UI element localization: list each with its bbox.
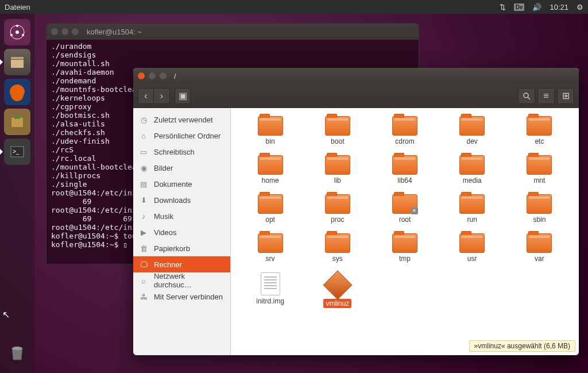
svg-rect-8	[11, 118, 23, 127]
file-item-srv[interactable]: srv	[237, 233, 304, 272]
session-icon[interactable]: ⚙	[577, 3, 583, 11]
back-button[interactable]: ‹	[138, 88, 154, 104]
folder-icon	[527, 155, 552, 175]
svg-text:>_: >_	[13, 148, 20, 155]
file-item-initrd.img[interactable]: initrd.img	[237, 272, 304, 312]
file-label: media	[461, 176, 484, 185]
sidebar-item-dokumente[interactable]: ▤Dokumente	[133, 176, 230, 192]
volume-icon[interactable]: 🔊	[532, 3, 541, 11]
sidebar-item-zuletzt-verwendet[interactable]: ◷Zuletzt verwendet	[133, 111, 230, 128]
folder-icon	[527, 233, 552, 253]
sidebar-item-mit-server-verbinden[interactable]: 🖧Mit Server verbinden	[133, 289, 230, 305]
file-label: usr	[465, 254, 479, 263]
sidebar-item-bilder[interactable]: ◉Bilder	[133, 160, 230, 176]
network-icon[interactable]: ⇅	[500, 3, 506, 11]
minimize-icon[interactable]	[61, 28, 68, 35]
doc-icon: ▤	[139, 180, 148, 189]
sidebar-item-label: Persönlicher Ordner	[154, 132, 220, 140]
folder-icon	[527, 116, 552, 136]
file-item-vmlinuz[interactable]: vmlinuz	[304, 272, 371, 312]
file-item-usr[interactable]: usr	[439, 233, 506, 272]
list-view-icon[interactable]: ≡	[537, 88, 555, 104]
launcher-software[interactable]	[4, 109, 30, 135]
file-label: srv	[264, 254, 277, 263]
launcher-terminal[interactable]: >_	[4, 139, 30, 165]
clock[interactable]: 10:21	[550, 3, 568, 11]
terminal-title: kofler@u1504: ~	[87, 28, 142, 36]
close-icon[interactable]	[138, 72, 145, 79]
sidebar-item-label: Papierkorb	[154, 244, 190, 253]
file-item-lib[interactable]: lib	[304, 155, 371, 194]
close-icon[interactable]	[51, 28, 58, 35]
file-item-mnt[interactable]: mnt	[506, 155, 573, 194]
file-item-lib64[interactable]: lib64	[371, 155, 438, 194]
file-item-opt[interactable]: opt	[237, 194, 304, 233]
sidebar-item-videos[interactable]: ▶Videos	[133, 224, 230, 240]
file-item-var[interactable]: var	[506, 233, 573, 272]
search-icon[interactable]	[518, 88, 535, 104]
keyboard-indicator[interactable]: De	[514, 3, 525, 11]
maximize-icon[interactable]	[160, 72, 167, 79]
file-item-run[interactable]: run	[439, 194, 506, 233]
trash-icon: 🗑	[139, 244, 148, 253]
sidebar-item-netzwerk-durchsuc-[interactable]: ⌕Netzwerk durchsuc…	[133, 272, 230, 289]
file-item-home[interactable]: home	[237, 155, 304, 194]
minimize-icon[interactable]	[149, 72, 156, 79]
file-item-root[interactable]: root	[371, 194, 438, 233]
sidebar-item-rechner[interactable]: 🖵Rechner	[133, 256, 230, 272]
app-menu-label[interactable]: Dateien	[5, 3, 30, 11]
file-item-sbin[interactable]: sbin	[506, 194, 573, 233]
maximize-icon[interactable]	[72, 28, 79, 35]
home-icon: ⌂	[139, 132, 148, 140]
nautilus-file-grid[interactable]: binbootcdromdevetchomeliblib64mediamntop…	[231, 108, 579, 355]
file-label: mnt	[531, 176, 547, 185]
sidebar-item-label: Dokumente	[154, 180, 192, 189]
server-icon: 🖧	[139, 293, 148, 301]
folder-icon	[258, 233, 283, 253]
folder-icon	[258, 194, 283, 214]
svg-point-1	[16, 30, 19, 34]
terminal-titlebar[interactable]: kofler@u1504: ~	[47, 24, 419, 40]
video-icon: ▶	[139, 228, 148, 237]
textfile-icon	[261, 272, 280, 295]
forward-button[interactable]: ›	[154, 88, 170, 104]
nautilus-titlebar[interactable]: /	[133, 68, 579, 84]
svg-point-2	[16, 25, 18, 27]
folder-icon	[392, 155, 417, 175]
nautilus-window[interactable]: / ‹ › ▣ ≡ ⊞ ◷Zuletzt verwendet⌂Persönlic…	[133, 68, 579, 355]
sidebar-item-label: Rechner	[154, 260, 182, 269]
pathbar-button[interactable]: ▣	[175, 88, 191, 104]
file-item-etc[interactable]: etc	[506, 116, 573, 155]
file-item-proc[interactable]: proc	[304, 194, 371, 233]
sidebar-item-schreibtisch[interactable]: ▭Schreibtisch	[133, 144, 230, 160]
sidebar-item-pers-nlicher-ordner[interactable]: ⌂Persönlicher Ordner	[133, 128, 230, 144]
launcher-files[interactable]	[4, 49, 30, 75]
file-item-dev[interactable]: dev	[439, 116, 506, 155]
folder-icon	[325, 116, 350, 136]
sidebar-item-label: Videos	[154, 228, 177, 237]
top-panel: Dateien ⇅ De 🔊 10:21 ⚙	[0, 0, 588, 14]
file-item-cdrom[interactable]: cdrom	[371, 116, 438, 155]
sidebar-item-musik[interactable]: ♪Musik	[133, 208, 230, 224]
file-item-sys[interactable]: sys	[304, 233, 371, 272]
window-title: /	[174, 72, 176, 80]
binary-icon	[323, 271, 352, 300]
launcher-dash[interactable]	[4, 19, 30, 45]
clock-icon: ◷	[139, 116, 148, 124]
folder-icon	[459, 194, 485, 214]
grid-view-icon[interactable]: ⊞	[557, 88, 574, 104]
launcher-firefox[interactable]	[4, 79, 30, 105]
folder-icon	[459, 155, 485, 175]
folder-icon	[527, 194, 552, 214]
file-item-media[interactable]: media	[439, 155, 506, 194]
network-icon: ⌕	[139, 276, 148, 285]
file-item-bin[interactable]: bin	[237, 116, 304, 155]
file-item-tmp[interactable]: tmp	[371, 233, 438, 272]
file-label: dev	[465, 137, 480, 146]
sidebar-item-downloads[interactable]: ⬇Downloads	[133, 192, 230, 208]
sidebar-item-papierkorb[interactable]: 🗑Papierkorb	[133, 240, 230, 256]
file-label: root	[397, 215, 413, 224]
folder-icon	[325, 194, 350, 214]
file-item-boot[interactable]: boot	[304, 116, 371, 155]
launcher-trash[interactable]	[4, 339, 30, 366]
